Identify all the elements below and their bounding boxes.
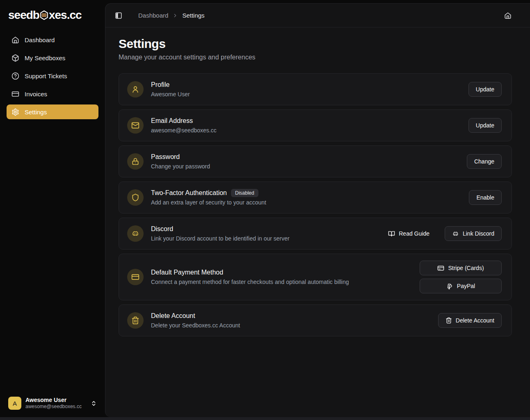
read-guide-button[interactable]: Read Guide xyxy=(381,226,436,241)
gear-icon xyxy=(11,108,19,116)
paypal-button[interactable]: PayPal xyxy=(420,279,502,293)
user-icon xyxy=(127,81,144,98)
credit-card-icon xyxy=(437,265,444,272)
page-title: Settings xyxy=(119,36,512,51)
sidebar-item-label: Dashboard xyxy=(25,36,55,43)
card-subtitle: Connect a payment method for faster chec… xyxy=(151,278,349,286)
credit-card-icon xyxy=(127,269,144,285)
sidebar-item-my-seedboxes[interactable]: My Seedboxes xyxy=(7,50,98,65)
sidebar-nav: Dashboard My Seedboxes Support Tickets I… xyxy=(0,32,105,119)
user-info: Awesome User awesome@seedboxes.cc xyxy=(25,397,87,410)
card-subtitle: Awesome User xyxy=(151,91,190,98)
breadcrumb-dashboard[interactable]: Dashboard xyxy=(138,12,168,19)
card-subtitle: Link your Discord account to be identifi… xyxy=(151,235,290,243)
sidebar-item-label: Support Tickets xyxy=(25,73,67,79)
card-title: Default Payment Method xyxy=(151,268,223,277)
card-profile: Profile Awesome User Update xyxy=(119,73,512,105)
breadcrumb: Dashboard Settings xyxy=(138,12,205,19)
shield-icon xyxy=(127,189,144,206)
panel-left-icon xyxy=(115,12,122,19)
card-two-factor: Two-Factor Authentication Disabled Add a… xyxy=(119,182,512,213)
trash-icon xyxy=(127,312,144,329)
avatar: A xyxy=(8,397,21,410)
sidebar-item-invoices[interactable]: Invoices xyxy=(7,86,98,101)
sidebar-item-settings[interactable]: Settings xyxy=(7,104,98,119)
house-icon xyxy=(11,36,19,44)
user-email: awesome@seedboxes.cc xyxy=(25,404,83,410)
email-update-button[interactable]: Update xyxy=(468,118,502,133)
link-discord-button[interactable]: Link Discord xyxy=(445,226,502,241)
card-subtitle: Add an extra layer of security to your a… xyxy=(151,199,266,207)
sidebar-item-label: Invoices xyxy=(25,91,47,98)
card-title: Two-Factor Authentication xyxy=(151,188,227,198)
user-name: Awesome User xyxy=(25,397,87,404)
card-discord: Discord Link your Discord account to be … xyxy=(119,218,512,250)
card-password: Password Change your password Change xyxy=(119,145,512,177)
circle-help-icon xyxy=(11,72,19,80)
discord-icon xyxy=(452,230,459,237)
card-subtitle: Delete your Seedboxes.cc Account xyxy=(151,322,240,329)
card-subtitle: Change your password xyxy=(151,163,210,170)
card-payment-method: Default Payment Method Connect a payment… xyxy=(119,254,512,300)
hexagon-honeycomb-icon xyxy=(39,10,49,20)
sidebar-item-dashboard[interactable]: Dashboard xyxy=(7,32,98,47)
profile-update-button[interactable]: Update xyxy=(468,82,502,97)
chevrons-up-down-icon xyxy=(91,400,97,406)
app-window: seedb xes.cc Dashboard My Seedboxe xyxy=(0,0,530,417)
delete-account-button[interactable]: Delete Account xyxy=(438,313,502,328)
package-icon xyxy=(11,54,19,62)
sidebar-footer: A Awesome User awesome@seedboxes.cc xyxy=(0,389,105,417)
settings-page: Settings Manage your account settings an… xyxy=(105,27,530,336)
logo-text-suffix: xes.cc xyxy=(49,9,82,22)
paypal-icon xyxy=(446,283,453,290)
sidebar-item-label: Settings xyxy=(25,109,47,116)
house-icon xyxy=(504,12,512,19)
user-menu[interactable]: A Awesome User awesome@seedboxes.cc xyxy=(5,394,100,412)
trash-icon xyxy=(445,317,452,324)
card-subtitle: awesome@seedboxes.cc xyxy=(151,127,217,134)
credit-card-icon xyxy=(11,90,19,98)
card-title: Discord xyxy=(151,225,173,234)
settings-cards: Profile Awesome User Update xyxy=(119,73,512,336)
card-title: Email Address xyxy=(151,116,193,125)
topbar: Dashboard Settings xyxy=(105,4,530,27)
chevron-right-icon xyxy=(172,13,178,18)
sidebar-item-support-tickets[interactable]: Support Tickets xyxy=(7,68,98,83)
card-title: Profile xyxy=(151,80,169,89)
card-email: Email Address awesome@seedboxes.cc Updat… xyxy=(119,109,512,141)
lock-icon xyxy=(127,153,144,170)
card-title: Password xyxy=(151,152,180,161)
logo-text-prefix: seedb xyxy=(8,9,39,22)
sidebar-toggle-button[interactable] xyxy=(112,9,125,22)
mail-icon xyxy=(127,117,144,134)
breadcrumb-current: Settings xyxy=(182,12,204,19)
card-delete-account: Delete Account Delete your Seedboxes.cc … xyxy=(119,304,512,336)
home-button[interactable] xyxy=(501,9,514,22)
main-panel: Dashboard Settings Settings Manage your … xyxy=(105,3,530,417)
twofa-enable-button[interactable]: Enable xyxy=(469,190,502,205)
page-subtitle: Manage your account settings and prefere… xyxy=(119,54,512,61)
card-title: Delete Account xyxy=(151,311,195,320)
book-open-icon xyxy=(388,230,395,237)
password-change-button[interactable]: Change xyxy=(467,154,502,169)
stripe-cards-button[interactable]: Stripe (Cards) xyxy=(420,261,502,275)
sidebar-item-label: My Seedboxes xyxy=(25,54,65,61)
sidebar: seedb xes.cc Dashboard My Seedboxe xyxy=(0,0,105,417)
status-badge: Disabled xyxy=(231,189,258,197)
discord-icon xyxy=(127,225,144,242)
brand-logo[interactable]: seedb xes.cc xyxy=(8,9,105,22)
